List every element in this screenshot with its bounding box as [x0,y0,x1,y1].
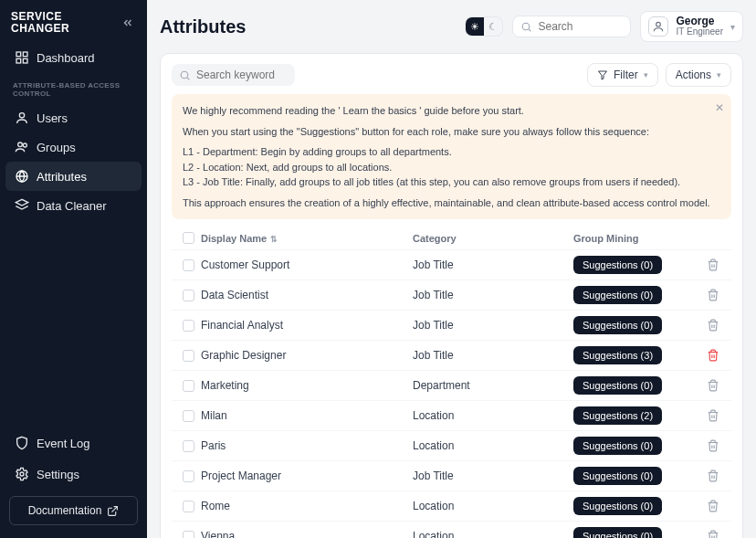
trash-icon[interactable] [707,289,719,301]
row-checkbox[interactable] [183,290,194,301]
row-checkbox[interactable] [183,440,194,452]
svg-rect-1 [23,52,27,57]
row-checkbox[interactable] [183,320,194,332]
trash-icon[interactable] [707,409,719,422]
keyword-search[interactable] [172,64,295,86]
theme-toggle[interactable]: ☀ ☾ [465,16,503,37]
svg-marker-15 [598,71,606,79]
column-header-name[interactable]: Display Name⇅ [201,233,413,244]
sidebar-item-event-log[interactable]: Event Log [5,428,142,458]
documentation-label: Documentation [28,504,102,517]
column-header-category[interactable]: Category [413,233,573,244]
table-row: MilanLocationSuggestions (2) [172,400,731,430]
suggestions-badge[interactable]: Suggestions (0) [573,376,662,395]
select-all-checkbox[interactable] [183,232,194,244]
avatar-icon [648,16,668,37]
cell-name: Milan [201,409,413,422]
row-checkbox[interactable] [183,410,194,422]
svg-point-9 [20,472,24,476]
trash-icon[interactable] [707,379,719,392]
suggestions-badge[interactable]: Suggestions (0) [573,316,662,334]
chevron-down-icon: ▾ [717,70,721,79]
trash-icon[interactable] [707,469,719,482]
main-content: Attributes ☀ ☾ George IT Engineer ▾ [147,0,756,538]
suggestions-badge[interactable]: Suggestions (0) [573,286,662,304]
table-row: Data ScientistJob TitleSuggestions (0) [172,280,731,310]
cell-category: Department [413,379,573,392]
sidebar-item-users[interactable]: Users [5,103,142,132]
sidebar-item-label: Groups [37,141,76,154]
cell-name: Graphic Designer [201,349,413,362]
table-row: ViennaLocationSuggestions (0) [172,521,731,538]
sidebar-item-label: Event Log [37,437,90,450]
row-checkbox[interactable] [183,259,194,271]
actions-label: Actions [676,69,711,81]
trash-icon[interactable] [707,319,719,332]
table-body: Customer SupportJob TitleSuggestions (0)… [172,249,731,538]
sidebar-item-label: Attributes [37,170,87,184]
suggestions-badge[interactable]: Suggestions (3) [573,346,662,364]
layers-icon [15,198,29,213]
cell-category: Job Title [413,319,573,332]
user-name: George [676,16,723,26]
actions-button[interactable]: Actions ▾ [666,63,731,87]
column-header-group-mining[interactable]: Group Mining [573,233,698,244]
row-checkbox[interactable] [183,531,194,539]
cell-name: Customer Support [201,258,413,271]
suggestions-badge[interactable]: Suggestions (0) [573,527,662,538]
keyword-search-input[interactable] [196,69,288,81]
trash-icon[interactable] [707,500,719,512]
card-toolbar: Filter ▾ Actions ▾ [172,63,731,87]
row-checkbox[interactable] [183,350,194,362]
row-checkbox[interactable] [183,470,194,482]
suggestions-badge[interactable]: Suggestions (0) [573,256,662,274]
sidebar: SERVICECHANGER Dashboard ATTRIBUTE-BASED… [0,0,147,538]
table-row: Graphic DesignerJob TitleSuggestions (3) [172,340,731,370]
sidebar-item-attributes[interactable]: Attributes [5,162,142,191]
table-row: Customer SupportJob TitleSuggestions (0) [172,249,731,280]
trash-icon[interactable] [707,349,719,362]
sidebar-item-dashboard[interactable]: Dashboard [5,43,142,72]
trash-icon[interactable] [707,258,719,271]
sidebar-item-groups[interactable]: Groups [5,132,142,162]
filter-label: Filter [614,69,638,81]
svg-line-11 [529,28,530,30]
suggestions-badge[interactable]: Suggestions (0) [573,497,662,515]
svg-point-6 [23,143,26,147]
user-menu[interactable]: George IT Engineer ▾ [640,11,743,42]
cell-category: Location [413,530,573,538]
table-row: RomeLocationSuggestions (0) [172,491,731,521]
svg-point-12 [656,22,661,26]
cell-category: Job Title [413,349,573,362]
topbar: Attributes ☀ ☾ George IT Engineer ▾ [147,0,756,53]
external-link-icon [107,505,119,517]
sidebar-item-label: Settings [37,468,79,481]
trash-icon[interactable] [707,439,719,452]
sidebar-item-data-cleaner[interactable]: Data Cleaner [5,191,142,220]
search-icon [179,69,191,81]
trash-icon[interactable] [707,530,719,538]
global-search-input[interactable] [538,20,623,33]
cell-category: Location [413,500,573,512]
suggestions-badge[interactable]: Suggestions (2) [573,406,662,425]
cell-name: Vienna [201,530,413,538]
chevron-down-icon: ▾ [730,22,735,32]
table-row: Project ManagerJob TitleSuggestions (0) [172,460,731,491]
row-checkbox[interactable] [183,380,194,392]
cell-category: Job Title [413,289,573,301]
filter-button[interactable]: Filter ▾ [587,63,658,87]
suggestions-badge[interactable]: Suggestions (0) [573,467,662,485]
sidebar-item-label: Users [37,111,68,125]
documentation-button[interactable]: Documentation [9,496,138,525]
sidebar-item-settings[interactable]: Settings [5,459,142,489]
row-checkbox[interactable] [183,501,194,512]
global-search[interactable] [512,16,631,37]
table-header: Display Name⇅ Category Group Mining [172,227,731,249]
close-icon[interactable]: ✕ [715,100,724,116]
cell-name: Data Scientist [201,289,413,301]
chevron-down-icon: ▾ [644,70,648,79]
grid-icon [15,50,29,65]
suggestions-badge[interactable]: Suggestions (0) [573,437,662,455]
brand-logo: SERVICECHANGER [11,11,69,34]
collapse-sidebar-button[interactable] [120,15,136,31]
